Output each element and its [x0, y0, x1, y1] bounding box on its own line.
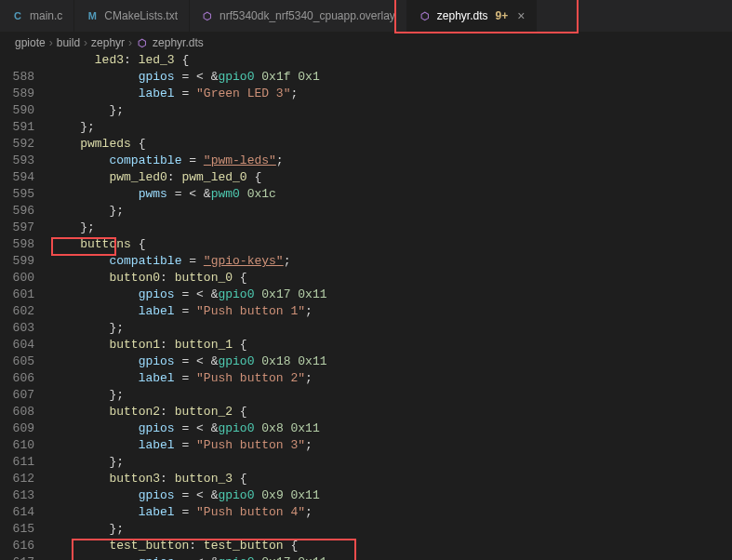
line-number: 594	[0, 170, 51, 187]
code-content[interactable]: label = "Push button 1";	[51, 304, 313, 321]
code-line[interactable]: 607 };	[0, 388, 732, 405]
code-line[interactable]: 601 gpios = < &gpio0 0x17 0x11	[0, 287, 732, 304]
code-content[interactable]: };	[51, 455, 124, 472]
code-content[interactable]: button1: button_1 {	[51, 338, 247, 354]
line-number: 593	[0, 153, 51, 170]
code-line[interactable]: 597 };	[0, 220, 732, 237]
line-number: 613	[0, 488, 51, 505]
line-number: 588	[0, 70, 51, 87]
code-line[interactable]: 600 button0: button_0 {	[0, 271, 732, 287]
code-line[interactable]: 589 label = "Green LED 3";	[0, 87, 732, 103]
chevron-right-icon: ›	[49, 36, 53, 49]
line-number: 589	[0, 87, 51, 103]
breadcrumb-segment[interactable]: gpiote	[15, 36, 46, 49]
code-content[interactable]: gpios = < &gpio0 0x18 0x11	[51, 354, 334, 371]
code-line[interactable]: 611 };	[0, 455, 732, 472]
code-line[interactable]: 603 };	[0, 321, 732, 338]
code-content[interactable]: pwms = < &pwm0 0x1c	[51, 187, 284, 204]
code-content[interactable]: };	[51, 204, 124, 220]
code-content[interactable]: };	[51, 388, 124, 405]
code-line[interactable]: 594 pwm_led0: pwm_led_0 {	[0, 170, 732, 187]
code-content[interactable]: gpios = < &gpio0 0x17 0x11	[51, 555, 334, 560]
code-content[interactable]: compatible = "pwm-leds";	[51, 153, 284, 170]
line-number: 606	[0, 371, 51, 388]
code-line[interactable]: 595 pwms = < &pwm0 0x1c	[0, 187, 732, 204]
code-content[interactable]: gpios = < &gpio0 0x17 0x11	[51, 287, 334, 304]
code-line[interactable]: 617 gpios = < &gpio0 0x17 0x11	[0, 555, 732, 560]
breadcrumb-segment[interactable]: zephyr	[91, 36, 125, 49]
code-line[interactable]: 598 buttons {	[0, 237, 732, 254]
close-icon[interactable]: ×	[517, 8, 525, 23]
tab-cmakelists[interactable]: MCMakeLists.txt	[74, 0, 190, 32]
line-number	[0, 53, 51, 70]
code-line[interactable]: 596 };	[0, 204, 732, 220]
code-line[interactable]: 608 button2: button_2 {	[0, 405, 732, 421]
code-content[interactable]: };	[51, 522, 124, 539]
code-line[interactable]: 591 };	[0, 120, 732, 137]
tab-zephyr-dts[interactable]: ⬡zephyr.dts9+×	[407, 0, 538, 32]
chevron-right-icon: ›	[84, 36, 87, 49]
line-number: 607	[0, 388, 51, 405]
code-line[interactable]: 593 compatible = "pwm-leds";	[0, 153, 732, 170]
line-number: 602	[0, 304, 51, 321]
code-content[interactable]: pwmleds {	[51, 137, 145, 153]
tab-label: nrf5340dk_nrf5340_cpuapp.overlay	[220, 9, 395, 22]
cmake-file-icon: M	[86, 9, 99, 22]
code-content[interactable]: button2: button_2 {	[51, 405, 247, 421]
line-number: 596	[0, 204, 51, 220]
line-number: 601	[0, 287, 51, 304]
line-number: 599	[0, 254, 51, 271]
code-content[interactable]: label = "Push button 4";	[51, 505, 313, 522]
code-content[interactable]: };	[51, 103, 124, 120]
c-file-icon: C	[11, 9, 24, 22]
tab-main-c[interactable]: Cmain.c	[0, 0, 74, 32]
code-line[interactable]: led3: led_3 {	[0, 53, 732, 70]
line-number: 590	[0, 103, 51, 120]
code-content[interactable]: compatible = "gpio-keys";	[51, 254, 290, 271]
code-content[interactable]: };	[51, 220, 95, 237]
line-number: 615	[0, 522, 51, 539]
breadcrumb-segment[interactable]: zephyr.dts	[153, 36, 204, 49]
code-line[interactable]: 614 label = "Push button 4";	[0, 505, 732, 522]
code-content[interactable]: button3: button_3 {	[51, 472, 247, 488]
line-number: 595	[0, 187, 51, 204]
dts-file-icon: ⬡	[419, 9, 432, 22]
code-line[interactable]: 606 label = "Push button 2";	[0, 371, 732, 388]
code-line[interactable]: 588 gpios = < &gpio0 0x1f 0x1	[0, 70, 732, 87]
code-line[interactable]: 590 };	[0, 103, 732, 120]
breadcrumb-segment[interactable]: build	[57, 36, 80, 49]
code-content[interactable]: };	[51, 120, 95, 137]
line-number: 597	[0, 220, 51, 237]
code-line[interactable]: 605 gpios = < &gpio0 0x18 0x11	[0, 354, 732, 371]
code-content[interactable]: label = "Green LED 3";	[51, 87, 298, 103]
code-content[interactable]: led3: led_3 {	[51, 53, 189, 70]
code-line[interactable]: 613 gpios = < &gpio0 0x9 0x11	[0, 488, 732, 505]
code-content[interactable]: gpios = < &gpio0 0x9 0x11	[51, 488, 327, 505]
code-line[interactable]: 592 pwmleds {	[0, 137, 732, 153]
code-line[interactable]: 612 button3: button_3 {	[0, 472, 732, 488]
code-line[interactable]: 615 };	[0, 522, 732, 539]
code-line[interactable]: 609 gpios = < &gpio0 0x8 0x11	[0, 421, 732, 438]
line-number: 600	[0, 271, 51, 287]
tab-overlay[interactable]: ⬡nrf5340dk_nrf5340_cpuapp.overlay	[190, 0, 407, 32]
code-content[interactable]: pwm_led0: pwm_led_0 {	[51, 170, 261, 187]
code-content[interactable]: label = "Push button 2";	[51, 371, 313, 388]
code-content[interactable]: buttons {	[51, 237, 145, 254]
code-content[interactable]: gpios = < &gpio0 0x8 0x11	[51, 421, 327, 438]
code-line[interactable]: 602 label = "Push button 1";	[0, 304, 732, 321]
line-number: 598	[0, 237, 51, 254]
code-line[interactable]: 599 compatible = "gpio-keys";	[0, 254, 732, 271]
code-line[interactable]: 616 test_button: test_button {	[0, 539, 732, 555]
code-content[interactable]: button0: button_0 {	[51, 271, 247, 287]
breadcrumb[interactable]: gpiote› build› zephyr› ⬡ zephyr.dts	[0, 33, 732, 53]
line-number: 617	[0, 555, 51, 560]
code-content[interactable]: test_button: test_button {	[51, 539, 298, 555]
code-line[interactable]: 604 button1: button_1 {	[0, 338, 732, 354]
chevron-right-icon: ›	[128, 36, 132, 49]
code-content[interactable]: };	[51, 321, 124, 338]
code-content[interactable]: label = "Push button 3";	[51, 438, 313, 455]
code-line[interactable]: 610 label = "Push button 3";	[0, 438, 732, 455]
code-content[interactable]: gpios = < &gpio0 0x1f 0x1	[51, 70, 327, 87]
code-editor[interactable]: led3: led_3 {588 gpios = < &gpio0 0x1f 0…	[0, 53, 732, 560]
tab-bar: Cmain.c MCMakeLists.txt ⬡nrf5340dk_nrf53…	[0, 0, 732, 33]
